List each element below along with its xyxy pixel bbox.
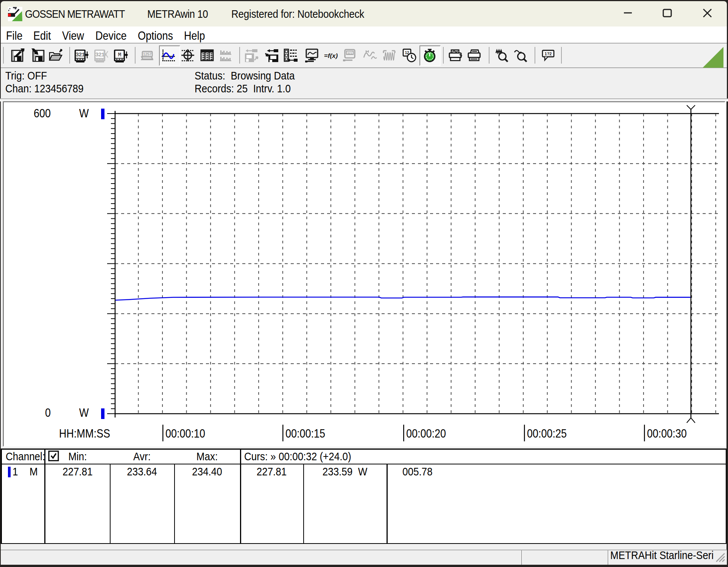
svg-text:M: M (118, 52, 121, 58)
svg-text:321: 321 (347, 51, 352, 55)
svg-text:=f(x): =f(x) (324, 52, 338, 59)
svg-text:1257: 1257 (143, 52, 152, 56)
svg-text:321: 321 (75, 52, 85, 58)
svg-text:1?2: 1?2 (545, 51, 552, 56)
svg-text:321: 321 (95, 52, 104, 58)
